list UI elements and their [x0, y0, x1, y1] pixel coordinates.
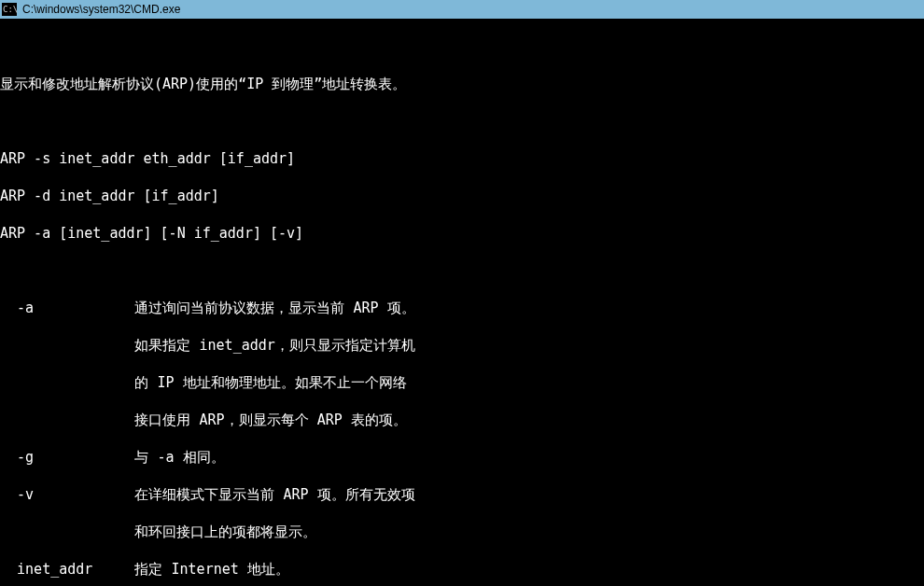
cmd-icon: C:\ [2, 3, 17, 16]
output-line: 的 IP 地址和物理地址。如果不止一个网络 [0, 373, 924, 392]
output-line: -v 在详细模式下显示当前 ARP 项。所有无效项 [0, 485, 924, 504]
output-line: 接口使用 ARP，则显示每个 ARP 表的项。 [0, 411, 924, 429]
output-line: -a 通过询问当前协议数据，显示当前 ARP 项。 [0, 299, 924, 317]
output-line: -g 与 -a 相同。 [0, 448, 924, 467]
output-line: 显示和修改地址解析协议(ARP)使用的“IP 到物理”地址转换表。 [0, 75, 924, 93]
window-titlebar[interactable]: C:\ C:\windows\system32\CMD.exe [0, 0, 924, 19]
window-title: C:\windows\system32\CMD.exe [22, 3, 180, 16]
terminal-output: 显示和修改地址解析协议(ARP)使用的“IP 到物理”地址转换表。 ARP -s… [0, 19, 924, 586]
output-line: 如果指定 inet_addr，则只显示指定计算机 [0, 336, 924, 355]
output-line: inet_addr 指定 Internet 地址。 [0, 560, 924, 579]
output-line: ARP -d inet_addr [if_addr] [0, 187, 924, 205]
output-line: ARP -a [inet_addr] [-N if_addr] [-v] [0, 224, 924, 243]
output-line: ARP -s inet_addr eth_addr [if_addr] [0, 149, 924, 168]
output-line: 和环回接口上的项都将显示。 [0, 523, 924, 541]
